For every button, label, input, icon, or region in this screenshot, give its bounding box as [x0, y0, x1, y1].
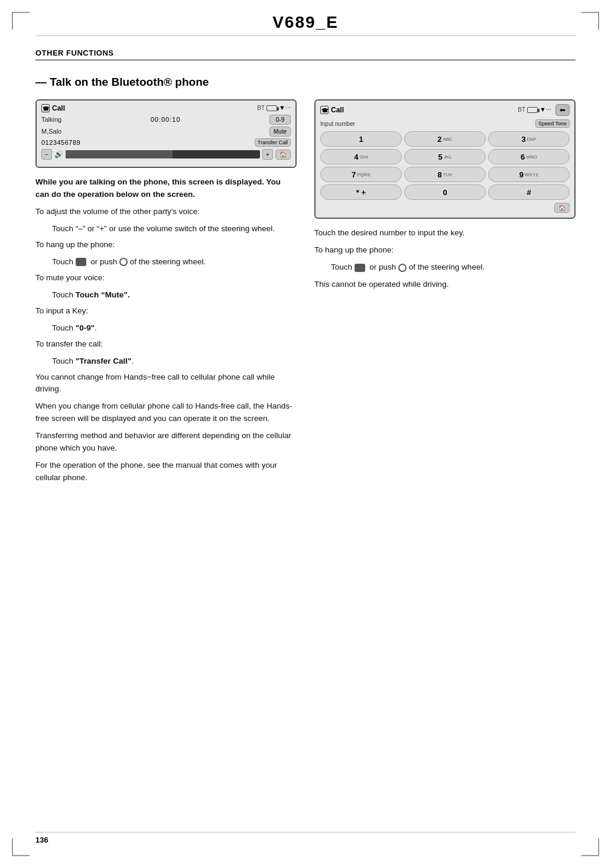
btn-transfer-call[interactable]: Transfer Call [255, 138, 291, 147]
transfer-detail-block: Touch "Transfer Call". [52, 355, 297, 368]
hangup-detail-left: Touch or push of the steering wheel. [52, 256, 297, 268]
left-body-text: While you are talking on the phone, this… [35, 176, 297, 484]
battery-icon [266, 105, 277, 111]
keypad-bottom-row: 🏠 [320, 203, 570, 213]
status-icons: BT ▼ᐧᐧᐧ [257, 104, 291, 112]
hands-free-para: You cannot change from Hands−free call t… [35, 371, 297, 396]
right-column: ☎ Call BT ▼ᐧᐧᐧ ⬅ Input number Speed Tone… [314, 99, 576, 489]
keypad-back-btn[interactable]: ⬅ [555, 104, 570, 116]
speaker-icon: 🔊 [54, 150, 63, 158]
keypad-bt-icon: BT [518, 106, 525, 113]
hangup-detail-right: Touch or push of the steering wheel. [331, 261, 576, 274]
mute-detail-block: Touch Touch “Mute”. [52, 289, 297, 302]
left-phone-screen: ☎ Call BT ▼ᐧᐧᐧ Talking 00:00:10 0-9 M,Sa… [35, 99, 297, 169]
btn-minus[interactable]: − [41, 149, 52, 160]
volume-bar-fill [66, 150, 173, 158]
keypad-call-label: ☎ Call [320, 106, 344, 114]
signal-icon: ▼ᐧᐧᐧ [279, 104, 291, 112]
hangup-intro-left: To hang up the phone: [35, 239, 297, 251]
talking-row: Talking 00:00:10 0-9 [41, 115, 291, 125]
intro-bold: While you are talking on the phone, this… [35, 177, 281, 199]
input-label: Input number [320, 121, 535, 127]
hang-icon-right [355, 264, 365, 272]
key-0[interactable]: 0 [404, 184, 486, 200]
key-9[interactable]: 9WXYZ [488, 167, 570, 182]
right-body-text: Touch the desired number to input the ke… [314, 227, 576, 291]
talking-label: Talking [41, 116, 61, 123]
keypad-phone-icon: ☎ [320, 106, 329, 114]
volume-bar [66, 150, 260, 158]
volume-intro: To adjust the volume of the other party'… [35, 206, 297, 218]
call-label: ☎ Call [41, 104, 65, 112]
hang-icon-left [76, 258, 86, 266]
keypad-header: ☎ Call BT ▼ᐧᐧᐧ ⬅ [320, 104, 570, 116]
push-icon-left [119, 258, 128, 266]
phone-number: 0123456789 [41, 139, 80, 146]
keypad-signal-icon: ▼ᐧᐧᐧ [540, 106, 551, 114]
mute-intro: To mute your voice: [35, 272, 297, 284]
corner-mark-bl [12, 838, 30, 856]
key-intro: To input a Key: [35, 305, 297, 318]
page-number: 136 [35, 835, 48, 844]
key-7[interactable]: 7PQRS [320, 167, 402, 182]
contact-row: M,Salo Mute [41, 127, 291, 137]
key-1[interactable]: 1 [320, 131, 402, 147]
volume-row: − 🔊 + 🏠 [41, 149, 291, 160]
btn-home-right[interactable]: 🏠 [554, 203, 570, 213]
cannot-para: This cannot be operated while driving. [314, 278, 576, 291]
corner-mark-tr [581, 12, 599, 30]
touch-para: Touch the desired number to input the ke… [314, 227, 576, 239]
keypad-grid: 1 2ABC 3DEF 4GHI 5JKL 6MNO 7PQRS [320, 131, 570, 200]
key-detail-block: Touch "0-9". [52, 322, 297, 335]
hangup-detail-block-left: Touch or push of the steering wheel. [52, 256, 297, 268]
call-time: 00:00:10 [151, 116, 181, 123]
section-label: OTHER FUNCTIONS [35, 48, 576, 60]
corner-mark-tl [12, 12, 30, 30]
hangup-detail-block-right: Touch or push of the steering wheel. [331, 261, 576, 274]
key-3[interactable]: 3DEF [488, 131, 570, 147]
phone-icon: ☎ [41, 104, 50, 112]
keypad-status-icons: BT ▼ᐧᐧᐧ ⬅ [518, 104, 570, 116]
page-title: — Talk on the Bluetooth® phone [35, 75, 576, 90]
manual-para: For the operation of the phone, see the … [35, 459, 297, 484]
key-2[interactable]: 2ABC [404, 131, 486, 147]
key-star[interactable]: * + [320, 184, 402, 200]
key-6[interactable]: 6MNO [488, 149, 570, 164]
change-para: When you change from cellular phone call… [35, 400, 297, 425]
btn-mute[interactable]: Mute [269, 127, 291, 137]
key-4[interactable]: 4GHI [320, 149, 402, 164]
hangup-intro-right: To hang up the phone: [314, 244, 576, 257]
btn-speed-tone[interactable]: Speed Tone [535, 119, 570, 128]
transferring-para: Transferring method and behavior are dif… [35, 430, 297, 455]
contact-name: M,Salo [41, 128, 61, 135]
two-column-layout: ☎ Call BT ▼ᐧᐧᐧ Talking 00:00:10 0-9 M,Sa… [35, 99, 576, 489]
key-detail: Touch "0-9". [52, 322, 297, 335]
phone-number-row: 0123456789 Transfer Call [41, 138, 291, 147]
screen-header: ☎ Call BT ▼ᐧᐧᐧ [41, 104, 291, 112]
page-header: V689_E [0, 0, 611, 38]
btn-09[interactable]: 0-9 [269, 115, 291, 125]
input-row: Input number Speed Tone [320, 119, 570, 128]
volume-detail: Touch “–” or “+” or use the volume switc… [52, 223, 297, 235]
push-icon-right [398, 264, 407, 272]
corner-mark-br [581, 838, 599, 856]
btn-home-left[interactable]: 🏠 [275, 150, 291, 160]
top-divider [35, 35, 576, 36]
right-phone-screen: ☎ Call BT ▼ᐧᐧᐧ ⬅ Input number Speed Tone… [314, 99, 576, 219]
volume-detail-block: Touch “–” or “+” or use the volume switc… [52, 223, 297, 235]
transfer-detail: Touch "Transfer Call". [52, 355, 297, 368]
bluetooth-icon: BT [257, 105, 265, 111]
btn-plus[interactable]: + [262, 149, 273, 160]
keypad-battery-icon [527, 107, 538, 113]
header-title: V689_E [272, 13, 339, 31]
key-hash[interactable]: # [488, 184, 570, 200]
bottom-divider [35, 832, 576, 833]
transfer-intro: To transfer the call: [35, 338, 297, 351]
mute-detail: Touch Touch “Mute”. [52, 289, 297, 302]
key-5[interactable]: 5JKL [404, 149, 486, 164]
key-8[interactable]: 8TUV [404, 167, 486, 182]
left-column: ☎ Call BT ▼ᐧᐧᐧ Talking 00:00:10 0-9 M,Sa… [35, 99, 297, 489]
